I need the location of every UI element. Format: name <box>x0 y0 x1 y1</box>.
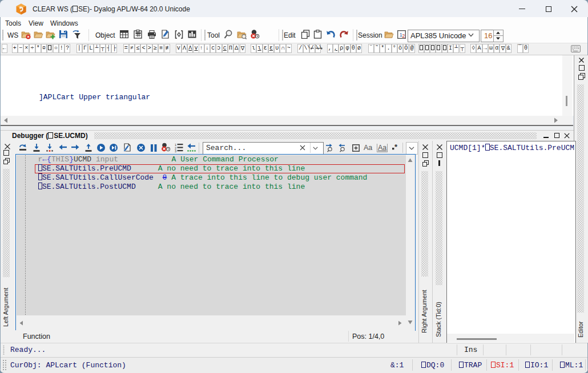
svg-text:*: * <box>394 143 398 151</box>
svg-text:2: 2 <box>402 33 405 39</box>
svg-text:3: 3 <box>175 149 176 153</box>
